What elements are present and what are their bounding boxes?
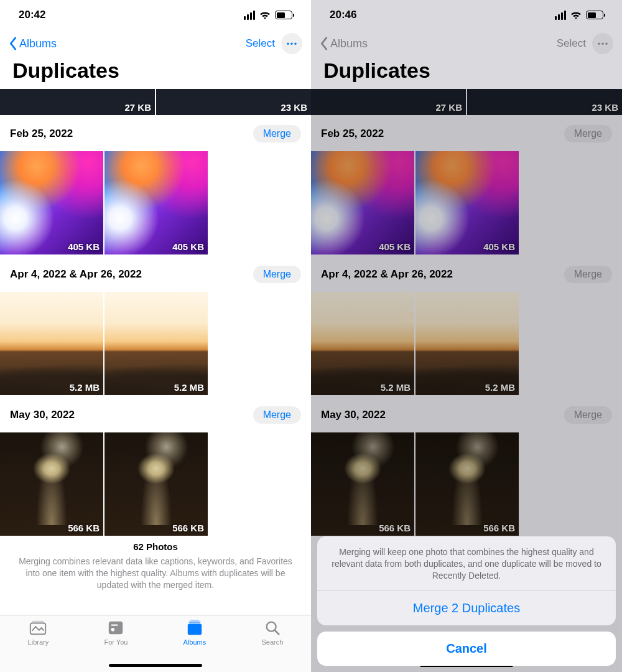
content[interactable]: 27 KB 23 KB Feb 25, 2022 Merge 405 KB 40… xyxy=(0,89,311,615)
search-icon xyxy=(263,619,282,637)
size-badge: 23 KB xyxy=(592,102,618,113)
wifi-icon xyxy=(259,11,271,20)
back-label: Albums xyxy=(19,37,57,50)
select-button: Select xyxy=(557,37,586,50)
status-bar: 20:46 xyxy=(311,0,622,30)
duplicate-pair: 405 KB 405 KB xyxy=(0,151,208,254)
merge-button[interactable]: Merge xyxy=(253,266,301,283)
size-badge: 566 KB xyxy=(483,523,515,533)
svg-rect-6 xyxy=(111,624,118,625)
photo-thumb[interactable]: 27 KB xyxy=(0,89,155,115)
photo-thumb: 5.2 MB xyxy=(415,292,519,395)
phone-left: 20:42 Albums Select Duplicates 27 KB 23 … xyxy=(0,0,311,672)
photo-thumb[interactable]: 23 KB xyxy=(156,89,311,115)
status-time: 20:42 xyxy=(19,9,45,21)
svg-point-15 xyxy=(605,42,607,44)
tab-search[interactable]: Search xyxy=(262,619,284,672)
tab-label: Albums xyxy=(183,638,207,646)
status-bar: 20:42 xyxy=(0,0,311,30)
home-indicator[interactable] xyxy=(109,664,202,667)
photo-thumb[interactable]: 405 KB xyxy=(104,151,208,254)
partial-group-row: 27 KB 23 KB xyxy=(0,89,311,115)
duplicate-pair: 566 KB 566 KB xyxy=(311,432,519,536)
photo-thumb[interactable]: 5.2 MB xyxy=(0,292,103,395)
cancel-button[interactable]: Cancel xyxy=(317,632,616,666)
page-title: Duplicates xyxy=(311,57,622,89)
status-icons xyxy=(244,11,292,20)
duplicate-pair: 566 KB 566 KB xyxy=(0,432,208,536)
wifi-icon xyxy=(570,11,582,20)
tab-label: Search xyxy=(262,638,284,646)
phone-right: 20:46 Albums Select Duplicates 27 KB 23 … xyxy=(311,0,622,672)
status-time: 20:46 xyxy=(330,9,356,21)
chevron-left-icon xyxy=(320,37,328,50)
footer-note: 62 Photos Merging combines relevant data… xyxy=(0,537,311,597)
size-badge: 405 KB xyxy=(483,241,515,252)
svg-point-14 xyxy=(601,42,603,44)
back-button[interactable]: Albums xyxy=(9,37,57,50)
back-button: Albums xyxy=(320,37,368,50)
tab-library[interactable]: Library xyxy=(28,619,49,672)
merge-button: Merge xyxy=(564,406,612,424)
size-badge: 5.2 MB xyxy=(174,382,204,393)
size-badge: 566 KB xyxy=(172,523,204,533)
size-badge: 566 KB xyxy=(68,523,100,533)
size-badge: 405 KB xyxy=(379,241,411,252)
more-button xyxy=(592,33,613,54)
nav-bar: Albums Select xyxy=(0,30,311,57)
cellular-icon xyxy=(244,11,255,20)
photo-thumb[interactable]: 5.2 MB xyxy=(104,292,208,395)
group-header: Feb 25, 2022 Merge xyxy=(311,115,622,151)
duplicate-pair: 405 KB 405 KB xyxy=(311,151,519,254)
svg-rect-9 xyxy=(189,622,201,623)
foryou-icon xyxy=(106,619,125,637)
group-date: Apr 4, 2022 & Apr 26, 2022 xyxy=(321,268,453,281)
size-badge: 566 KB xyxy=(379,523,411,533)
tab-label: Library xyxy=(28,638,49,646)
battery-icon xyxy=(275,11,292,19)
merge-button[interactable]: Merge xyxy=(253,406,301,424)
action-sheet: Merging will keep one photo that combine… xyxy=(317,536,616,625)
group-header: Apr 4, 2022 & Apr 26, 2022 Merge xyxy=(0,256,311,292)
size-badge: 5.2 MB xyxy=(70,382,100,393)
size-badge: 5.2 MB xyxy=(485,382,515,393)
cellular-icon xyxy=(555,11,566,20)
photo-thumb: 566 KB xyxy=(415,432,519,536)
ellipsis-icon xyxy=(597,42,608,45)
merge-button: Merge xyxy=(564,266,612,283)
photo-thumb: 23 KB xyxy=(467,89,622,115)
svg-point-7 xyxy=(111,628,115,632)
photo-thumb[interactable]: 566 KB xyxy=(0,432,103,536)
more-button[interactable] xyxy=(281,33,302,54)
nav-right: Select xyxy=(246,33,302,54)
group-header: May 30, 2022 Merge xyxy=(311,396,622,432)
size-badge: 27 KB xyxy=(124,102,151,113)
group-header: Feb 25, 2022 Merge xyxy=(0,115,311,151)
back-label: Albums xyxy=(330,37,368,50)
photo-thumb: 27 KB xyxy=(311,89,466,115)
merge-duplicates-button[interactable]: Merge 2 Duplicates xyxy=(317,591,616,625)
photo-thumb: 405 KB xyxy=(311,151,414,254)
photo-thumb: 405 KB xyxy=(415,151,519,254)
footer-text: Merging combines relevant data like capt… xyxy=(19,556,292,590)
select-button[interactable]: Select xyxy=(246,37,275,50)
merge-button[interactable]: Merge xyxy=(253,125,301,142)
nav-right: Select xyxy=(557,33,613,54)
chevron-left-icon xyxy=(9,37,17,50)
duplicate-pair: 5.2 MB 5.2 MB xyxy=(311,292,519,395)
svg-point-1 xyxy=(290,42,292,44)
nav-bar: Albums Select xyxy=(311,30,622,57)
size-badge: 405 KB xyxy=(68,241,100,252)
group-date: Apr 4, 2022 & Apr 26, 2022 xyxy=(10,268,142,281)
ellipsis-icon xyxy=(286,42,297,45)
group-date: May 30, 2022 xyxy=(10,409,75,421)
photo-thumb[interactable]: 405 KB xyxy=(0,151,103,254)
tab-label: For You xyxy=(104,638,128,646)
svg-line-12 xyxy=(275,630,279,635)
photo-thumb[interactable]: 566 KB xyxy=(104,432,208,536)
size-badge: 405 KB xyxy=(172,241,204,252)
albums-icon xyxy=(185,619,204,637)
size-badge: 5.2 MB xyxy=(381,382,411,393)
svg-rect-5 xyxy=(109,622,123,635)
library-icon xyxy=(29,619,47,637)
